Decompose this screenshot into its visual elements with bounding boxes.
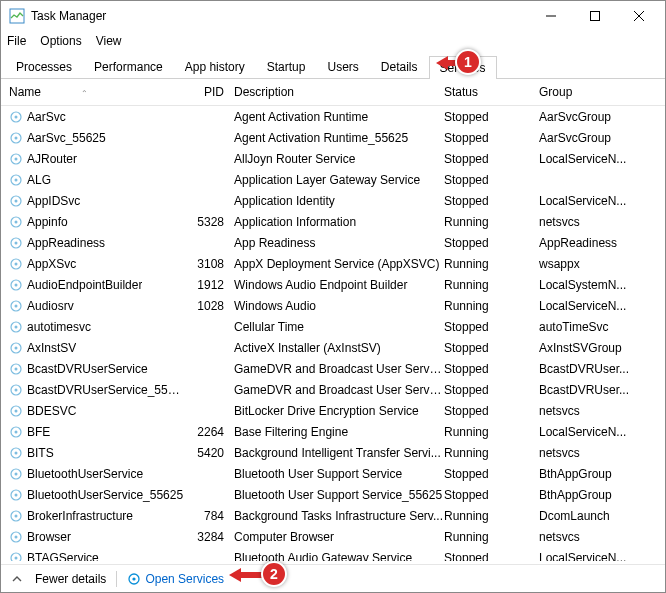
tab-users[interactable]: Users xyxy=(316,55,369,78)
menu-file[interactable]: File xyxy=(7,34,26,48)
service-group: DcomLaunch xyxy=(539,509,657,523)
service-name: BluetoothUserService_55625 xyxy=(27,488,183,502)
service-status: Running xyxy=(444,530,539,544)
service-name: AppReadiness xyxy=(27,236,105,250)
close-button[interactable] xyxy=(617,2,661,30)
table-row[interactable]: BrokerInfrastructure784Background Tasks … xyxy=(1,505,665,526)
svg-point-24 xyxy=(15,304,18,307)
service-pid: 5328 xyxy=(184,215,234,229)
service-name: AppXSvc xyxy=(27,257,76,271)
header-description[interactable]: Description xyxy=(234,85,444,99)
service-group: BthAppGroup xyxy=(539,467,657,481)
minimize-button[interactable] xyxy=(529,2,573,30)
service-description: AppX Deployment Service (AppXSVC) xyxy=(234,257,444,271)
table-row[interactable]: BTAGServiceBluetooth Audio Gateway Servi… xyxy=(1,547,665,561)
service-group: LocalServiceN... xyxy=(539,425,657,439)
service-group: netsvcs xyxy=(539,404,657,418)
table-row[interactable]: BcastDVRUserService_55625GameDVR and Bro… xyxy=(1,379,665,400)
service-name: autotimesvc xyxy=(27,320,91,334)
table-row[interactable]: AarSvcAgent Activation RuntimeStoppedAar… xyxy=(1,106,665,127)
annotation-badge-1: 1 xyxy=(455,49,481,75)
service-description: Base Filtering Engine xyxy=(234,425,444,439)
table-row[interactable]: Appinfo5328Application InformationRunnin… xyxy=(1,211,665,232)
tab-processes[interactable]: Processes xyxy=(5,55,83,78)
table-row[interactable]: AxInstSVActiveX Installer (AxInstSV)Stop… xyxy=(1,337,665,358)
header-pid[interactable]: PID xyxy=(184,85,234,99)
service-pid: 1028 xyxy=(184,299,234,313)
maximize-button[interactable] xyxy=(573,2,617,30)
menu-view[interactable]: View xyxy=(96,34,122,48)
svg-point-52 xyxy=(133,577,136,580)
svg-point-40 xyxy=(15,472,18,475)
service-description: Background Intelligent Transfer Servi... xyxy=(234,446,444,460)
table-row[interactable]: AppReadinessApp ReadinessStoppedAppReadi… xyxy=(1,232,665,253)
header-status[interactable]: Status xyxy=(444,85,539,99)
svg-point-48 xyxy=(15,556,18,559)
service-description: ActiveX Installer (AxInstSV) xyxy=(234,341,444,355)
gear-icon xyxy=(127,572,141,586)
table-row[interactable]: BluetoothUserService_55625Bluetooth User… xyxy=(1,484,665,505)
table-row[interactable]: Browser3284Computer BrowserRunningnetsvc… xyxy=(1,526,665,547)
tab-app-history[interactable]: App history xyxy=(174,55,256,78)
service-status: Stopped xyxy=(444,341,539,355)
service-pid: 2264 xyxy=(184,425,234,439)
service-group: LocalServiceN... xyxy=(539,299,657,313)
table-row[interactable]: AudioEndpointBuilder1912Windows Audio En… xyxy=(1,274,665,295)
service-status: Stopped xyxy=(444,320,539,334)
service-status: Stopped xyxy=(444,236,539,250)
table-row[interactable]: Audiosrv1028Windows AudioRunningLocalSer… xyxy=(1,295,665,316)
table-row[interactable]: AarSvc_55625Agent Activation Runtime_556… xyxy=(1,127,665,148)
service-status: Running xyxy=(444,509,539,523)
svg-point-22 xyxy=(15,283,18,286)
service-list[interactable]: AarSvcAgent Activation RuntimeStoppedAar… xyxy=(1,106,665,561)
svg-point-30 xyxy=(15,367,18,370)
service-name: Browser xyxy=(27,530,71,544)
tab-details[interactable]: Details xyxy=(370,55,429,78)
service-name: BluetoothUserService xyxy=(27,467,143,481)
menu-options[interactable]: Options xyxy=(40,34,81,48)
table-row[interactable]: BluetoothUserServiceBluetooth User Suppo… xyxy=(1,463,665,484)
svg-point-34 xyxy=(15,409,18,412)
table-row[interactable]: BcastDVRUserServiceGameDVR and Broadcast… xyxy=(1,358,665,379)
service-description: Application Information xyxy=(234,215,444,229)
tab-performance[interactable]: Performance xyxy=(83,55,174,78)
open-services-link[interactable]: Open Services xyxy=(127,572,224,586)
service-pid: 5420 xyxy=(184,446,234,460)
table-row[interactable]: autotimesvcCellular TimeStoppedautoTimeS… xyxy=(1,316,665,337)
service-group: netsvcs xyxy=(539,446,657,460)
service-group: netsvcs xyxy=(539,215,657,229)
annotation-badge-2: 2 xyxy=(261,561,287,587)
service-icon xyxy=(9,173,23,187)
service-description: BitLocker Drive Encryption Service xyxy=(234,404,444,418)
footer: Fewer details Open Services xyxy=(1,564,665,592)
service-name: BITS xyxy=(27,446,54,460)
service-description: Windows Audio Endpoint Builder xyxy=(234,278,444,292)
svg-point-36 xyxy=(15,430,18,433)
service-icon xyxy=(9,341,23,355)
table-row[interactable]: AppIDSvcApplication IdentityStoppedLocal… xyxy=(1,190,665,211)
service-icon xyxy=(9,110,23,124)
header-name[interactable]: Name⌃ xyxy=(9,85,184,99)
service-icon xyxy=(9,362,23,376)
table-row[interactable]: AJRouterAllJoyn Router ServiceStoppedLoc… xyxy=(1,148,665,169)
svg-point-20 xyxy=(15,262,18,265)
service-status: Stopped xyxy=(444,131,539,145)
service-group: autoTimeSvc xyxy=(539,320,657,334)
table-row[interactable]: BDESVCBitLocker Drive Encryption Service… xyxy=(1,400,665,421)
table-row[interactable]: BITS5420Background Intelligent Transfer … xyxy=(1,442,665,463)
tab-bar: Processes Performance App history Startu… xyxy=(1,51,665,79)
service-icon xyxy=(9,152,23,166)
service-icon xyxy=(9,551,23,562)
svg-point-14 xyxy=(15,199,18,202)
header-group[interactable]: Group xyxy=(539,85,657,99)
service-description: AllJoyn Router Service xyxy=(234,152,444,166)
table-row[interactable]: ALGApplication Layer Gateway ServiceStop… xyxy=(1,169,665,190)
tab-startup[interactable]: Startup xyxy=(256,55,317,78)
service-group: LocalServiceN... xyxy=(539,152,657,166)
table-row[interactable]: BFE2264Base Filtering EngineRunningLocal… xyxy=(1,421,665,442)
service-description: GameDVR and Broadcast User Servic... xyxy=(234,383,444,397)
table-row[interactable]: AppXSvc3108AppX Deployment Service (AppX… xyxy=(1,253,665,274)
fewer-details-button[interactable]: Fewer details xyxy=(35,572,106,586)
service-group: wsappx xyxy=(539,257,657,271)
service-description: Application Identity xyxy=(234,194,444,208)
